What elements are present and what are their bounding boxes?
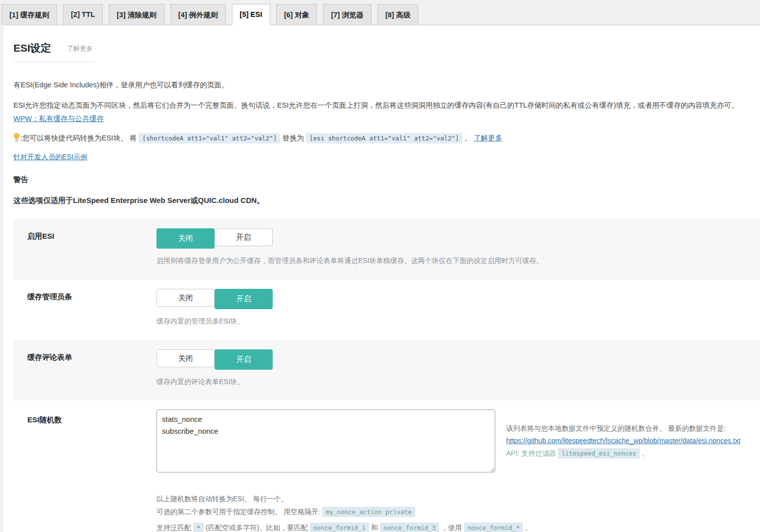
nonce-api-line: API: 支持过滤器 litespeed_esi_nonces 。 — [506, 447, 741, 460]
esi-nonce-side-desc: 该列表将与您本地数据文件中预定义的随机数合并。 最新的数据文件是: https:… — [506, 422, 741, 460]
esi-settings-panel: ESI设定 了解更多 有ESI(Edge Side Includes)相伴，登录… — [3, 25, 760, 532]
setting-row-cache-comment-form: 缓存评论表单 关闭 开启 缓存内置的评论表单ESI块。 — [13, 340, 760, 400]
tab-esi[interactable]: [5] ESI — [232, 4, 270, 25]
nonce-desc-line2-text: 可选的第二个参数可用于指定缓存控制。 用空格隔开: — [156, 508, 320, 516]
tab-cache-rules[interactable]: [1] 缓存规则 — [1, 4, 57, 25]
tab-purge-rules[interactable]: [3] 清除规则 — [109, 4, 164, 25]
esi-nonce-input-area: stats_nonce subscribe_nonce 该列表将与您本地数据文件… — [156, 409, 753, 472]
shortcode-tip-line: :您可以将快捷代码转换为ESI块。 将 [shortcodeA att1="va… — [13, 132, 760, 144]
nonce-data-file-link[interactable]: https://github.com/litespeedtech/lscache… — [506, 437, 741, 445]
enable-esi-off-button[interactable]: 关闭 — [156, 228, 215, 249]
nonce-formid-3-code: nonce_formid_3 — [380, 523, 439, 532]
page-title: ESI设定 — [13, 41, 51, 55]
esi-nonce-label: ESI随机数 — [13, 409, 156, 532]
warning-text: 这些选项仅适用于LiteSpeed Enterprise Web Server或… — [13, 196, 760, 205]
cache-comment-form-label: 缓存评论表单 — [13, 349, 156, 400]
tab-advanced[interactable]: [8] 高级 — [378, 4, 419, 25]
dev-example-line: 针对开发人员的ESI示例 — [13, 153, 760, 162]
enable-esi-label: 启用ESI — [13, 228, 156, 279]
nonce-formid-wildcard-code: nonce_formid_* — [464, 523, 523, 532]
cache-admin-bar-label: 缓存管理员条 — [13, 289, 156, 340]
wpw-cache-link[interactable]: WPW：私有缓存与公共缓存 — [13, 115, 104, 123]
nonce-desc-line2: 可选的第二个参数可用于指定缓存控制。 用空格隔开: my_nonce_actio… — [156, 505, 753, 519]
tab-excludes[interactable]: [4] 例外规则 — [170, 4, 226, 25]
setting-row-cache-admin-bar: 缓存管理员条 关闭 开启 缓存内置的管理员条ESI块。 — [13, 279, 760, 340]
tip-learn-more-link[interactable]: 了解更多 — [474, 134, 503, 142]
cache-admin-bar-toggle: 关闭 开启 — [156, 289, 273, 309]
tab-browser[interactable]: [7] 浏览器 — [323, 4, 371, 25]
lightbulb-icon — [13, 133, 20, 141]
settings-tabbar: [1] 缓存规则 [2] TTL [3] 清除规则 [4] 例外规则 [5] E… — [0, 0, 760, 25]
setting-row-esi-nonce: ESI随机数 stats_nonce subscribe_nonce 该列表将与… — [13, 400, 760, 532]
api-filter-code: litespeed_esi_nonces — [558, 448, 640, 459]
dev-esi-example-link[interactable]: 针对开发人员的ESI示例 — [13, 153, 87, 161]
warning-title: 警告 — [13, 175, 760, 185]
cache-comment-form-on-button[interactable]: 开启 — [215, 349, 273, 370]
nonce-formid-1-code: nonce_formid_1 — [310, 523, 369, 532]
tip-end-text: 。 — [464, 134, 472, 142]
wildcard-text-5: 。 — [525, 524, 532, 532]
enable-esi-desc: 启用则将缓存登录用户为公开缓存，而管理员条和评论表单将通过ESI块单独缓存。这两… — [156, 256, 753, 266]
wildcard-text-2: (匹配空或多字符)。比如，要匹配 — [206, 524, 307, 532]
intro-paragraph-1: 有ESI(Edge Side Includes)相伴，登录用户也可以看到缓存的页… — [13, 78, 760, 92]
cache-admin-bar-on-button[interactable]: 开启 — [215, 289, 273, 309]
title-learn-more-link[interactable]: 了解更多 — [67, 44, 93, 53]
shortcode-example-code: [shortcodeA att1="val1" att2="val2"] — [139, 133, 280, 143]
tab-object[interactable]: [6] 对象 — [276, 4, 317, 25]
intro-paragraph-2: ESI允许您指定动态页面为不同区块，然后将它们合并为一个完整页面。换句话说，ES… — [13, 99, 760, 126]
setting-row-enable-esi: 启用ESI 关闭 开启 启用则将缓存登录用户为公开缓存，而管理员条和评论表单将通… — [13, 219, 760, 279]
wildcard-star-code: * — [193, 523, 204, 532]
wildcard-text-4: ，使用 — [441, 524, 462, 532]
wildcard-text-1: 支持泛匹配 — [156, 524, 191, 532]
cache-comment-form-off-button[interactable]: 关闭 — [156, 349, 215, 367]
cache-comment-form-toggle: 关闭 开启 — [156, 349, 273, 370]
nonce-desc-line3: 支持泛匹配 * (匹配空或多字符)。比如，要匹配 nonce_formid_1 … — [156, 521, 753, 532]
settings-rows: 启用ESI 关闭 开启 启用则将缓存登录用户为公开缓存，而管理员条和评论表单将通… — [13, 219, 760, 532]
tip-text: 您可以将快捷代码转换为ESI块。 将 — [22, 134, 137, 142]
api-prefix: API: 支持过滤器 — [506, 449, 556, 457]
enable-esi-toggle: 关闭 开启 — [156, 228, 273, 249]
wildcard-text-3: 和 — [371, 524, 378, 532]
nonce-action-example-code: my_nonce_action private — [322, 507, 415, 517]
api-suffix: 。 — [642, 449, 649, 457]
cache-admin-bar-off-button[interactable]: 关闭 — [156, 289, 215, 307]
nonce-desc-line1: 以上随机数将自动转换为ESI。 每行一个。 — [156, 492, 753, 505]
cache-admin-bar-desc: 缓存内置的管理员条ESI块。 — [156, 316, 753, 327]
page-title-block: ESI设定 了解更多 — [13, 41, 95, 62]
cache-comment-form-control: 关闭 开启 缓存内置的评论表单ESI块。 — [156, 349, 760, 400]
esi-nonce-control: stats_nonce subscribe_nonce 该列表将与您本地数据文件… — [156, 409, 760, 532]
enable-esi-on-button[interactable]: 开启 — [215, 228, 273, 246]
tab-ttl[interactable]: [2] TTL — [63, 4, 103, 25]
esi-shortcode-example-code: [esi shortcodeA att1="val1" att2="val2"] — [306, 133, 462, 143]
esi-nonce-textarea[interactable]: stats_nonce subscribe_nonce — [156, 409, 495, 472]
esi-nonce-bottom-desc: 以上随机数将自动转换为ESI。 每行一个。 可选的第二个参数可用于指定缓存控制。… — [156, 492, 753, 532]
enable-esi-control: 关闭 开启 启用则将缓存登录用户为公开缓存，而管理员条和评论表单将通过ESI块单… — [156, 228, 760, 279]
tip-mid-text: 替换为 — [282, 134, 304, 142]
cache-admin-bar-control: 关闭 开启 缓存内置的管理员条ESI块。 — [156, 289, 760, 340]
cache-comment-form-desc: 缓存内置的评论表单ESI块。 — [156, 377, 753, 387]
intro-paragraph-2-text: ESI允许您指定动态页面为不同区块，然后将它们合并为一个完整页面。换句话说，ES… — [13, 101, 739, 109]
nonce-side-text: 该列表将与您本地数据文件中预定义的随机数合并。 最新的数据文件是: — [506, 422, 741, 435]
